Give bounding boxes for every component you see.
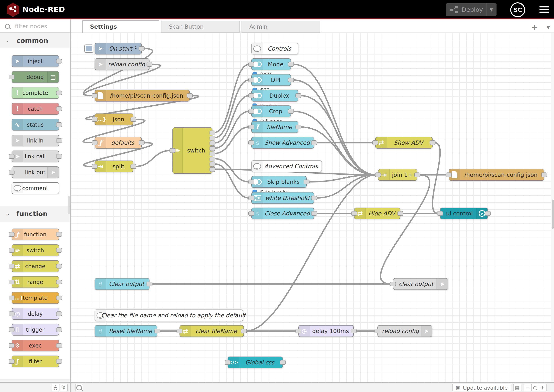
port-out[interactable] <box>130 164 136 169</box>
port-out[interactable] <box>288 78 294 82</box>
flow-canvas[interactable]: ➤On start ¹➤reload config/home/pi/scan-c… <box>71 33 551 382</box>
port-out[interactable] <box>241 329 247 333</box>
tab-scan-button[interactable]: Scan Button <box>161 21 240 33</box>
palette-collapse-all-button[interactable]: ≪ <box>52 384 59 391</box>
node-show-adv[interactable]: ⇄Show ADV <box>375 137 432 148</box>
zoom-out-button[interactable]: − <box>524 384 532 392</box>
update-available-button[interactable]: ▣ Update available <box>452 384 511 392</box>
node-home-pi-scan-config-json[interactable]: /home/pi/scan-config.json <box>449 169 544 181</box>
node-on-start[interactable]: ➤On start ¹ <box>94 43 142 55</box>
port-out[interactable] <box>280 360 286 365</box>
palette-node-filter[interactable]: ∫filter <box>12 356 59 367</box>
hamburger-menu-icon[interactable] <box>540 6 549 13</box>
port-out[interactable] <box>154 329 160 333</box>
node-duplex[interactable]: Duplex <box>251 90 298 102</box>
port-in[interactable] <box>248 62 254 67</box>
port-out[interactable] <box>130 117 136 122</box>
port-out-6[interactable] <box>209 157 216 161</box>
palette-node-trigger[interactable]: ⎍trigger <box>12 324 59 336</box>
port-out[interactable] <box>56 91 62 95</box>
node-switch[interactable]: ⋔switch <box>173 127 212 174</box>
port-out[interactable] <box>351 329 357 333</box>
node-close-advanced[interactable]: ☝Close Advanced <box>251 208 314 219</box>
port-out[interactable] <box>147 62 152 67</box>
node-white-threshold[interactable]: white threshold <box>251 192 314 204</box>
port-in[interactable] <box>9 170 14 175</box>
node-reload-config[interactable]: ➤reload config <box>94 58 150 70</box>
node-show-advanced[interactable]: ☝Show Advanced <box>251 137 314 148</box>
palette-node-catch[interactable]: !catch <box>12 103 59 115</box>
zoom-in-button[interactable]: + <box>539 384 547 392</box>
port-out[interactable] <box>56 327 62 332</box>
node-clear-filename[interactable]: ⇄clear fileName <box>180 325 244 337</box>
port-out[interactable] <box>288 109 294 114</box>
port-in[interactable] <box>374 329 380 333</box>
node-mode[interactable]: Mode <box>251 58 291 70</box>
port-out[interactable] <box>295 93 301 98</box>
port-out[interactable] <box>311 140 317 145</box>
port-in[interactable] <box>9 75 14 79</box>
add-flow-button[interactable]: + <box>531 23 538 32</box>
port-in[interactable] <box>390 282 396 286</box>
comment-node-advanced-controls[interactable]: Advanced Controls <box>251 160 322 172</box>
node-json[interactable]: {…}json <box>94 113 133 125</box>
palette-section-common[interactable]: ⌄common <box>0 33 70 48</box>
palette-node-template[interactable]: {…}template <box>12 292 59 304</box>
port-in[interactable] <box>9 154 14 159</box>
port-out[interactable] <box>56 311 62 316</box>
port-out-8[interactable] <box>209 167 216 172</box>
port-in[interactable] <box>248 140 254 145</box>
node-ui-control[interactable]: ➤ui control <box>440 208 488 219</box>
port-out[interactable] <box>288 62 294 67</box>
port-in[interactable] <box>9 343 14 348</box>
filter-nodes-input[interactable] <box>14 23 64 30</box>
port-in[interactable] <box>9 327 14 332</box>
port-out[interactable] <box>139 140 144 145</box>
port-out[interactable] <box>485 211 491 216</box>
tab-admin[interactable]: Admin <box>242 21 320 33</box>
port-in[interactable] <box>9 280 14 284</box>
port-in[interactable] <box>177 329 182 333</box>
node-home-pi-scan-config-json[interactable]: /home/pi/scan-config.json <box>94 90 190 102</box>
port-out[interactable] <box>139 46 144 51</box>
port-out[interactable] <box>295 125 301 129</box>
node-clear-output[interactable]: ➤clear output <box>393 278 448 290</box>
port-in[interactable] <box>248 125 254 129</box>
port-out[interactable] <box>56 138 62 143</box>
port-in[interactable] <box>248 78 254 82</box>
node-defaults[interactable]: ƒdefaults <box>94 137 142 148</box>
port-out[interactable] <box>56 232 62 237</box>
node-hide-adv[interactable]: ⇄Hide ADV <box>354 208 400 219</box>
flow-list-caret-icon[interactable]: ▼ <box>547 25 550 30</box>
port-out[interactable] <box>187 93 193 98</box>
port-out[interactable] <box>56 154 62 159</box>
canvas-search-button[interactable] <box>75 384 83 392</box>
port-in[interactable] <box>248 109 254 114</box>
palette-node-switch[interactable]: ⋔switch <box>12 245 59 256</box>
port-out[interactable] <box>56 295 62 300</box>
canvas-vertical-scrollbar[interactable] <box>551 33 554 382</box>
port-out-3[interactable] <box>209 141 216 146</box>
comment-node-controls[interactable]: Controls <box>251 43 298 55</box>
port-out[interactable] <box>56 248 62 253</box>
deploy-button[interactable]: Deploy ▼ <box>446 3 496 16</box>
node-filename[interactable]: IfileName <box>251 121 298 133</box>
user-avatar[interactable]: SC <box>510 2 525 17</box>
port-out[interactable] <box>397 211 403 216</box>
port-out[interactable] <box>56 264 62 268</box>
node-reset-filename[interactable]: ☝Reset fileName <box>94 325 157 337</box>
port-in[interactable] <box>375 173 381 177</box>
port-in[interactable] <box>248 180 254 184</box>
node-reload-config[interactable]: ➤reload config <box>377 325 432 337</box>
port-in[interactable] <box>92 140 98 145</box>
port-out-7[interactable] <box>209 162 216 167</box>
port-in[interactable] <box>170 148 175 153</box>
port-out[interactable] <box>56 359 62 364</box>
node-crop[interactable]: Crop <box>251 105 291 117</box>
port-out-4[interactable] <box>209 146 216 151</box>
palette-section-network[interactable]: ⌄network <box>0 379 70 382</box>
zoom-reset-button[interactable]: ○ <box>531 384 539 392</box>
port-out[interactable] <box>304 180 309 184</box>
palette-node-complete[interactable]: !complete <box>12 87 59 99</box>
deploy-caret-icon[interactable]: ▼ <box>486 3 493 16</box>
